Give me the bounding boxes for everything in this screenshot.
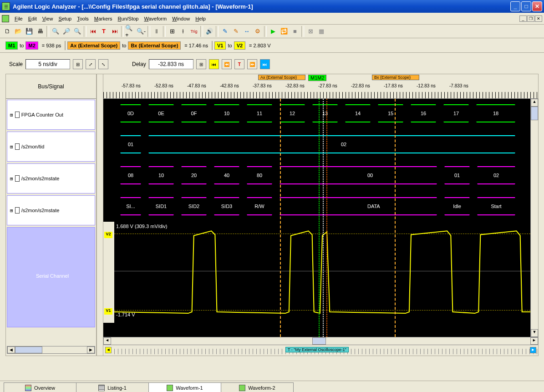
signal-row-analog[interactable]: Serial Channel: [7, 227, 95, 327]
tab-listing[interactable]: Listing-1: [76, 382, 149, 392]
menu-runstop[interactable]: Run/Stop: [115, 15, 142, 22]
scale-zoomin-icon[interactable]: ⤡: [98, 59, 108, 69]
save-icon[interactable]: 💾: [24, 26, 35, 37]
v2-tag[interactable]: V2: [234, 41, 245, 50]
delay-next-icon[interactable]: ⏩: [247, 59, 257, 69]
overview-strip[interactable]: ◄ T - "My External Oscilloscope-1" ►: [103, 345, 538, 356]
cursor-ax[interactable]: [280, 99, 281, 337]
waveform-canvas[interactable]: 0D0E0F101112131415161718 0102 0810204080…: [103, 99, 538, 337]
strip-bx[interactable]: Bx (External Scope): [372, 75, 419, 80]
v1-tag[interactable]: V1: [214, 41, 226, 50]
hscroll-right-icon[interactable]: ►: [530, 337, 538, 345]
goto-start-icon[interactable]: ⏮: [87, 26, 98, 37]
scale-zoomout-icon[interactable]: ⤢: [86, 59, 96, 69]
menu-setup[interactable]: Setup: [56, 15, 74, 22]
menu-markers[interactable]: Markers: [92, 15, 115, 22]
open-icon[interactable]: 📂: [13, 26, 24, 37]
menu-edit[interactable]: Edit: [25, 15, 40, 22]
pref-icon[interactable]: ▦: [316, 26, 327, 37]
expand-icon[interactable]: ⊞: [10, 176, 13, 182]
scroll-right-icon[interactable]: ►: [87, 346, 95, 353]
maximize-button[interactable]: □: [521, 1, 531, 11]
signal-row-3[interactable]: ⊞ /s2mon/s2mstate: [7, 195, 95, 225]
strip-m1[interactable]: M1M2: [308, 75, 326, 81]
strip-ax[interactable]: Ax (External Scope): [258, 75, 305, 80]
hscroll-thumb[interactable]: [312, 337, 326, 345]
vscroll-up-icon[interactable]: ▲: [531, 99, 538, 107]
scroll-thumb[interactable]: [15, 346, 42, 353]
stop-icon[interactable]: ■: [290, 26, 300, 37]
ax-tag[interactable]: Ax (External Scope): [67, 41, 120, 50]
menu-tools[interactable]: Tools: [74, 15, 92, 22]
wand3-icon[interactable]: ↔: [241, 26, 252, 37]
overview-start-icon[interactable]: ◄: [105, 347, 112, 353]
tool1-icon[interactable]: ⊞: [167, 26, 178, 37]
m2-tag[interactable]: M2: [25, 41, 38, 50]
mdi-close[interactable]: ✕: [535, 15, 542, 22]
expand-icon[interactable]: ⊞: [10, 144, 13, 150]
menu-file[interactable]: File: [12, 15, 25, 22]
zoom-in-icon[interactable]: 🔍+: [125, 26, 136, 37]
vscroll-thumb[interactable]: [531, 107, 538, 120]
v1-label[interactable]: V1: [104, 308, 112, 315]
cursor-m2[interactable]: [326, 99, 327, 337]
menu-help[interactable]: Help: [193, 15, 208, 22]
cancel-icon[interactable]: ⊠: [305, 26, 316, 37]
wand2-icon[interactable]: ✎: [230, 26, 241, 37]
scale-calc-icon[interactable]: ⊞: [73, 59, 83, 69]
wand1-icon[interactable]: ✎: [219, 26, 230, 37]
expand-icon[interactable]: ⊞: [10, 208, 13, 214]
scroll-left-icon[interactable]: ◄: [7, 346, 15, 353]
delay-input[interactable]: [149, 59, 193, 69]
wand4-icon[interactable]: ⚙: [252, 26, 263, 37]
time-ruler[interactable]: -57.83 ns-52.83 ns-47.83 ns-42.83 ns-37.…: [103, 82, 538, 99]
wave-hscroll[interactable]: ◄ ►: [103, 337, 538, 345]
overview-tag[interactable]: T - "My External Oscilloscope-1": [285, 347, 349, 352]
wave-vscroll[interactable]: ▲ ▼: [530, 99, 538, 337]
goto-end-icon[interactable]: ⏭: [109, 26, 120, 37]
delay-trig-icon[interactable]: T: [234, 59, 244, 69]
delay-prev-icon[interactable]: ⏪: [222, 59, 232, 69]
mdi-minimize[interactable]: _: [519, 15, 527, 22]
v2-label[interactable]: V2: [104, 232, 112, 238]
cursor-m1[interactable]: [319, 99, 320, 337]
signal-row-2[interactable]: ⊞ /s2mon/s2mstate: [7, 163, 95, 193]
overview-end-icon[interactable]: ►: [530, 347, 536, 353]
delay-calc-icon[interactable]: ⊞: [196, 59, 206, 69]
delay-end-icon[interactable]: ⏭: [260, 59, 270, 69]
menu-window[interactable]: Window: [169, 15, 193, 22]
find-prev-icon[interactable]: 🔎: [61, 26, 72, 37]
signal-hscroll[interactable]: ◄ ►: [7, 346, 95, 354]
find-next-icon[interactable]: 🔍: [72, 26, 83, 37]
print-icon[interactable]: 🖶: [35, 26, 46, 37]
menu-app-icon[interactable]: [2, 15, 9, 22]
group-icon[interactable]: ⫴: [151, 26, 162, 37]
tab-waveform2[interactable]: Waveform-2: [221, 382, 294, 392]
minimize-button[interactable]: _: [510, 1, 520, 11]
splitter[interactable]: [97, 74, 103, 356]
delay-begin-icon[interactable]: ⏮: [209, 59, 219, 69]
cursor-bx[interactable]: [395, 99, 396, 337]
speaker-icon[interactable]: 🔊: [204, 26, 215, 37]
scale-input[interactable]: [25, 59, 70, 69]
cursor-trigger[interactable]: [323, 99, 324, 337]
trig-setup-icon[interactable]: Trig: [188, 26, 199, 37]
zoom-out-icon[interactable]: 🔍-: [136, 26, 147, 37]
m1-tag[interactable]: M1: [5, 41, 18, 50]
vscroll-down-icon[interactable]: ▼: [531, 329, 538, 337]
trigger-icon[interactable]: T: [98, 26, 109, 37]
run-icon[interactable]: ▶: [268, 26, 279, 37]
run-repeat-icon[interactable]: 🔁: [279, 26, 290, 37]
signal-row-0[interactable]: ⊞ FPGA Counter Out: [7, 100, 95, 130]
hscroll-left-icon[interactable]: ◄: [103, 337, 111, 345]
new-icon[interactable]: 🗋: [2, 26, 13, 37]
tool2-icon[interactable]: ⫲: [178, 26, 188, 37]
menu-view[interactable]: View: [40, 15, 56, 22]
find-icon[interactable]: 🔍: [50, 26, 61, 37]
expand-icon[interactable]: ⊞: [10, 112, 13, 118]
bx-tag[interactable]: Bx (External Scope): [128, 41, 181, 50]
menu-waveform[interactable]: Waveform: [141, 15, 169, 22]
signal-row-1[interactable]: ⊞ /s2mon/tid: [7, 132, 95, 162]
close-button[interactable]: ✕: [532, 1, 542, 11]
tab-overview[interactable]: Overview: [4, 382, 76, 392]
